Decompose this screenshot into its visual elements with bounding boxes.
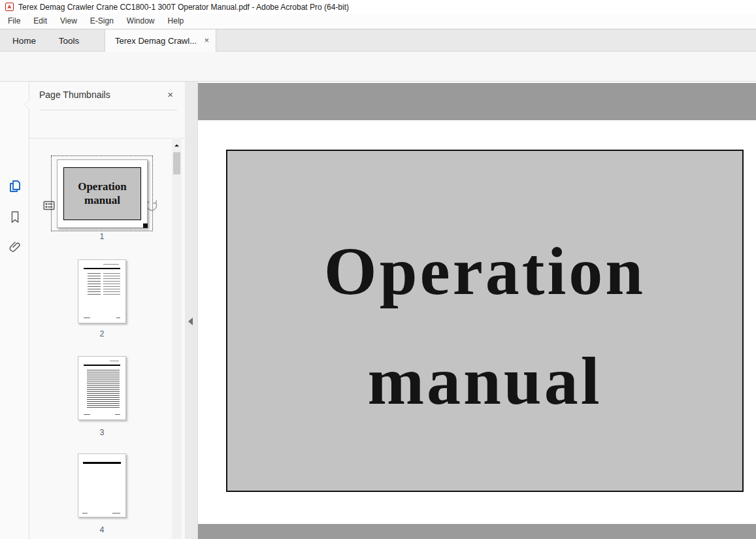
page-thumbnails-panel: Page Thumbnails × ▾ Operation manual 1 2 [29, 82, 185, 539]
navigation-rail [0, 82, 29, 539]
document-title-line1: Operation [324, 216, 646, 326]
pages-panel-button[interactable] [0, 175, 29, 197]
panel-title: Page Thumbnails [39, 90, 110, 100]
tab-document[interactable]: Terex Demag Crawl... × [105, 29, 216, 52]
tab-tools[interactable]: Tools [48, 29, 90, 52]
scrollbar-thumb[interactable] [173, 152, 180, 174]
panel-divider [39, 110, 177, 110]
title-bar: A Terex Demag Crawler Crane CC1800-1 300… [0, 0, 756, 14]
tab-home[interactable]: Home [0, 29, 48, 52]
thumbnail-1-title-box: Operation manual [63, 167, 141, 220]
acrobat-logo-icon: A [5, 3, 14, 11]
panel-close-icon[interactable]: × [167, 89, 173, 100]
menu-window[interactable]: Window [120, 14, 161, 29]
menu-edit[interactable]: Edit [27, 14, 54, 29]
attachments-panel-button[interactable] [0, 236, 29, 258]
menu-view[interactable]: View [54, 14, 84, 29]
thumbnail-resize-handle[interactable] [143, 223, 148, 228]
thumbnail-page-4[interactable] [78, 453, 126, 517]
collapse-panel-icon[interactable] [188, 318, 193, 325]
window-title: Terex Demag Crawler Crane CC1800-1 300T … [18, 3, 349, 12]
menu-esign[interactable]: E-Sign [84, 14, 120, 29]
attachments-panel-icon [8, 240, 22, 254]
scroll-up-icon[interactable] [173, 140, 181, 152]
document-title-box: Operation manual [226, 150, 744, 492]
pages-panel-icon [7, 178, 23, 194]
thumbnail-3-number: 3 [51, 428, 153, 437]
bookmarks-panel-icon [8, 210, 22, 224]
thumbnail-page-3[interactable] [78, 356, 126, 420]
tab-close-icon[interactable]: × [204, 35, 209, 45]
thumbnail-1-page[interactable]: Operation manual [57, 159, 148, 228]
thumbnail-page-1[interactable]: Operation manual [51, 155, 153, 231]
menu-bar: File Edit View E-Sign Window Help [0, 14, 756, 29]
bookmarks-panel-button[interactable] [0, 206, 29, 228]
document-canvas: Operation manual [198, 82, 756, 539]
menu-help[interactable]: Help [161, 14, 191, 29]
page-gap-top [198, 83, 756, 120]
thumbnail-2-number: 2 [51, 329, 153, 338]
thumbnail-1-number: 1 [51, 232, 153, 241]
menu-file[interactable]: File [1, 14, 27, 29]
page-gap-bottom [198, 524, 756, 539]
rail-notch [25, 99, 30, 110]
thumbnail-4-number: 4 [51, 525, 153, 534]
panel-scrollbar[interactable] [172, 138, 182, 539]
thumbnail-page-2[interactable] [78, 259, 126, 323]
main-toolbar: / 455 67.7% ▾ ▾ [0, 52, 756, 82]
tab-document-label: Terex Demag Crawl... [115, 36, 197, 46]
tab-bar: Home Tools Terex Demag Crawl... × [0, 29, 756, 52]
panel-splitter[interactable] [185, 82, 198, 539]
document-title-line2: manual [367, 326, 602, 436]
thumbnail-1-text: Operation manual [68, 180, 137, 207]
panel-divider [29, 138, 185, 139]
